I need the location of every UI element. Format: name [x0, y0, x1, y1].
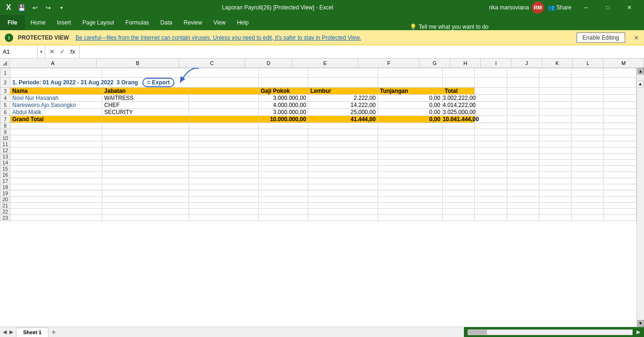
cell-L5[interactable] — [604, 102, 636, 109]
cell-D4[interactable] — [189, 95, 259, 102]
row-header-21[interactable]: 21 — [0, 203, 10, 209]
cell-H4[interactable] — [475, 95, 507, 102]
row-header-4[interactable]: 4 — [0, 95, 10, 102]
tab-review[interactable]: Review — [178, 15, 207, 30]
cell-C1[interactable] — [189, 68, 259, 78]
col-header-G[interactable]: G — [420, 58, 450, 67]
cell-F2[interactable] — [378, 78, 442, 88]
row-header-15[interactable]: 15 — [0, 166, 10, 172]
user-avatar[interactable]: RM — [532, 1, 544, 14]
row-header-13[interactable]: 13 — [0, 154, 10, 160]
cell-reference-box[interactable]: A1 — [0, 45, 38, 58]
cell-L4[interactable] — [604, 95, 636, 102]
row-header-5[interactable]: 5 — [0, 102, 10, 109]
cell-D6[interactable] — [189, 109, 259, 116]
customize-icon[interactable]: ▾ — [57, 5, 66, 10]
row-header-9[interactable]: 9 — [0, 129, 10, 135]
tell-me-box[interactable]: 💡 Tell me what you want to do — [254, 24, 644, 30]
cell-grand-total-total[interactable]: 10.041.444,00 — [442, 116, 475, 123]
tab-page-layout[interactable]: Page Layout — [77, 15, 120, 30]
save-icon[interactable]: 💾 — [17, 4, 26, 11]
cell-name-3[interactable]: Abdul Malik — [10, 109, 102, 116]
cell-header-empty[interactable] — [189, 88, 259, 95]
cell-grand-total-lembur[interactable]: 41.444,00 — [308, 116, 378, 123]
cell-gaji-2[interactable]: 4.000.000,00 — [259, 102, 308, 109]
cell-I6[interactable] — [507, 109, 539, 116]
tab-insert[interactable]: Insert — [51, 15, 77, 30]
cell-J4[interactable] — [539, 95, 572, 102]
cell-L6[interactable] — [604, 109, 636, 116]
horizontal-scrollbar[interactable] — [468, 329, 633, 335]
scroll-right-icon[interactable]: ▶ — [636, 329, 640, 335]
redo-icon[interactable]: ↪ — [43, 4, 53, 11]
cell-I7[interactable] — [507, 116, 539, 123]
cell-grand-total-gaji[interactable]: 10.000.000,00 — [259, 116, 308, 123]
tab-view[interactable]: View — [208, 15, 231, 30]
cell-grand-total-label[interactable]: Grand Total — [10, 116, 102, 123]
cell-header-lembur[interactable]: Lembur — [308, 88, 378, 95]
minimize-button[interactable]: ─ — [575, 0, 597, 15]
row-header-22[interactable]: 22 — [0, 209, 10, 215]
col-header-F[interactable]: F — [358, 58, 420, 67]
scroll-up-icon[interactable]: ▲ — [636, 80, 644, 88]
row-header-10[interactable]: 10 — [0, 135, 10, 141]
cell-gaji-3[interactable]: 3.000.000,00 — [259, 109, 308, 116]
cell-J3[interactable] — [539, 88, 572, 95]
cell-J2[interactable] — [539, 78, 572, 88]
cell-grand-total-C[interactable] — [189, 116, 259, 123]
cell-H5[interactable] — [475, 102, 507, 109]
cell-L7[interactable] — [604, 116, 636, 123]
row-header-19[interactable]: 19 — [0, 190, 10, 197]
sheet-tab-1[interactable]: Sheet 1 — [16, 328, 49, 337]
cell-header-tunjangan[interactable]: Tunjangan — [378, 88, 442, 95]
cell-header-jabatan[interactable]: Jabatan — [102, 88, 189, 95]
cell-F1[interactable] — [378, 68, 442, 78]
cell-L3[interactable] — [604, 88, 636, 95]
cell-D2[interactable] — [259, 78, 308, 88]
enable-editing-button[interactable]: Enable Editing — [577, 33, 625, 43]
row-header-6[interactable]: 6 — [0, 109, 10, 116]
cell-K5[interactable] — [571, 102, 604, 109]
cell-name-1[interactable]: Novi Nur Hasanah — [10, 95, 102, 102]
col-header-M[interactable]: M — [603, 58, 644, 67]
cell-I1[interactable] — [507, 68, 539, 78]
cell-J7[interactable] — [539, 116, 572, 123]
cell-A1[interactable] — [10, 68, 102, 78]
cell-header-gaji[interactable]: Gaji Pokok — [259, 88, 308, 95]
cell-J1[interactable] — [539, 68, 572, 78]
cell-I4[interactable] — [507, 95, 539, 102]
cell-name-2[interactable]: Naresworo Ajo Sasongko — [10, 102, 102, 109]
share-button[interactable]: 👥 Share — [548, 4, 571, 11]
col-header-I[interactable]: I — [481, 58, 512, 67]
close-protected-bar-icon[interactable]: ✕ — [634, 34, 639, 41]
col-header-J[interactable]: J — [512, 58, 542, 67]
row-header-12[interactable]: 12 — [0, 148, 10, 154]
cell-H2[interactable] — [475, 78, 507, 88]
cell-grand-total-B[interactable] — [102, 116, 189, 123]
cell-K7[interactable] — [571, 116, 604, 123]
cell-I3[interactable] — [507, 88, 539, 95]
col-header-E[interactable]: E — [292, 58, 358, 67]
undo-icon[interactable]: ↩ — [30, 4, 40, 11]
col-header-L[interactable]: L — [573, 58, 603, 67]
cell-gaji-1[interactable]: 3.000.000,00 — [259, 95, 308, 102]
cell-L2[interactable] — [604, 78, 636, 88]
cell-I5[interactable] — [507, 102, 539, 109]
col-header-B[interactable]: B — [97, 58, 179, 67]
row-header-11[interactable]: 11 — [0, 141, 10, 148]
row-header-8[interactable]: 8 — [0, 123, 10, 129]
col-header-K[interactable]: K — [542, 58, 573, 67]
cell-G1[interactable] — [442, 68, 475, 78]
formula-input[interactable] — [80, 49, 644, 55]
cell-K6[interactable] — [571, 109, 604, 116]
maximize-button[interactable]: □ — [597, 0, 619, 15]
row-header-1[interactable]: 1 — [0, 68, 10, 78]
row-header-17[interactable]: 17 — [0, 178, 10, 184]
cell-J5[interactable] — [539, 102, 572, 109]
h-scroll-thumb[interactable] — [468, 330, 487, 335]
insert-function-icon[interactable]: fx — [68, 47, 77, 57]
row-header-2[interactable]: 2 — [0, 78, 10, 88]
tab-formulas[interactable]: Formulas — [120, 15, 155, 30]
formula-confirm-icon[interactable]: ✓ — [58, 47, 67, 57]
export-circle[interactable]: = Export — [142, 78, 174, 87]
